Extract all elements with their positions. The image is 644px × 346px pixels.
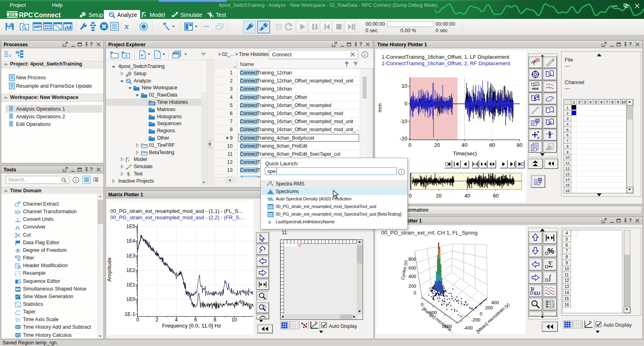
- svg-text:16: 16: [564, 303, 569, 307]
- svg-text:MTS: MTS: [9, 13, 16, 16]
- svg-text:15: 15: [566, 183, 570, 187]
- svg-text:800: 800: [409, 257, 416, 262]
- svg-text:1E0: 1E0: [126, 297, 135, 302]
- svg-text:7: 7: [606, 100, 608, 104]
- svg-text:EU: EU: [534, 291, 540, 296]
- svg-text:8: 8: [566, 144, 568, 148]
- svg-text:4: 4: [566, 231, 568, 235]
- svg-text:D/T: D/T: [533, 83, 538, 86]
- svg-text:8: 8: [566, 255, 568, 259]
- svg-text:HIDE: HIDE: [532, 87, 539, 90]
- svg-text:11: 11: [566, 161, 570, 165]
- svg-text:1E3: 1E3: [126, 253, 135, 259]
- svg-text:0: 0: [414, 290, 416, 295]
- svg-text:x: x: [124, 21, 129, 31]
- svg-text:4: 4: [566, 122, 568, 126]
- svg-text:ʃ: ʃ: [548, 273, 551, 282]
- svg-text:-400: -400: [463, 325, 473, 330]
- svg-text:3: 3: [584, 100, 586, 104]
- svg-text:1/: 1/: [530, 286, 534, 291]
- svg-text:6: 6: [566, 133, 568, 137]
- svg-text:4: 4: [589, 100, 591, 104]
- svg-text:-1..3: -1..3: [549, 305, 554, 308]
- svg-text:400: 400: [491, 300, 499, 305]
- svg-text:5: 5: [566, 128, 568, 132]
- svg-text:12: 12: [564, 278, 569, 283]
- svg-text:200: 200: [409, 284, 416, 288]
- svg-text:1: 1: [573, 100, 575, 104]
- svg-text:-200: -200: [471, 317, 480, 322]
- svg-text:10: 10: [564, 267, 569, 271]
- svg-text:5: 5: [566, 237, 568, 241]
- svg-text:x: x: [144, 13, 146, 17]
- svg-text:Frequency [0.0, 11.0] Hz: Frequency [0.0, 11.0] Hz: [162, 323, 221, 329]
- svg-text:11: 11: [565, 273, 569, 277]
- svg-text:9: 9: [566, 150, 568, 154]
- svg-text:3: 3: [566, 116, 568, 121]
- svg-text:15: 15: [564, 297, 569, 301]
- svg-text:13: 13: [564, 284, 569, 289]
- svg-text:2: 2: [566, 111, 568, 115]
- svg-text:T: T: [549, 108, 551, 113]
- svg-text:14: 14: [566, 177, 570, 181]
- svg-text:Amplitude: Amplitude: [106, 257, 112, 282]
- svg-text:1E4: 1E4: [126, 238, 135, 244]
- svg-text:0: 0: [421, 302, 423, 307]
- svg-text:400: 400: [409, 274, 416, 279]
- svg-text:x: x: [537, 136, 539, 140]
- svg-text:[Range] microstrai...: [Range] microstrai...: [421, 306, 456, 334]
- svg-text:16: 16: [566, 188, 570, 193]
- svg-text:Σ: Σ: [548, 260, 553, 269]
- svg-text:9: 9: [617, 100, 619, 104]
- svg-text:∞: ∞: [17, 328, 18, 331]
- svg-text:60: 60: [493, 193, 499, 199]
- svg-text:6: 6: [601, 100, 603, 104]
- svg-text:Cycles (z): Cycles (z): [400, 260, 408, 280]
- svg-text:8: 8: [611, 100, 613, 104]
- svg-text:0: 0: [480, 311, 482, 316]
- svg-text:10: 10: [621, 100, 626, 104]
- svg-text:20: 20: [436, 193, 442, 199]
- svg-text:10: 10: [566, 155, 570, 159]
- svg-text:6: 6: [566, 243, 568, 247]
- svg-text:600: 600: [409, 266, 416, 270]
- svg-text:x: x: [128, 158, 130, 162]
- svg-text:1E5: 1E5: [126, 224, 135, 229]
- svg-text:40: 40: [464, 193, 470, 199]
- svg-text:7: 7: [566, 138, 568, 143]
- svg-text:1: 1: [566, 105, 568, 110]
- svg-text:13: 13: [566, 172, 570, 176]
- svg-text:%: %: [547, 247, 554, 255]
- svg-text:1E1: 1E1: [126, 282, 135, 288]
- svg-text:14: 14: [564, 290, 569, 295]
- svg-text:5: 5: [595, 100, 597, 104]
- svg-text:1E-1: 1E-1: [125, 311, 135, 317]
- svg-text:1E2: 1E2: [126, 268, 135, 273]
- svg-text:200: 200: [485, 305, 493, 310]
- svg-text:7: 7: [566, 249, 568, 253]
- svg-text:2: 2: [578, 100, 580, 104]
- svg-text:12: 12: [566, 166, 570, 171]
- svg-text:D: D: [548, 72, 551, 76]
- svg-text:0: 0: [409, 193, 411, 199]
- svg-text:9: 9: [566, 261, 568, 265]
- svg-text:x: x: [268, 218, 271, 225]
